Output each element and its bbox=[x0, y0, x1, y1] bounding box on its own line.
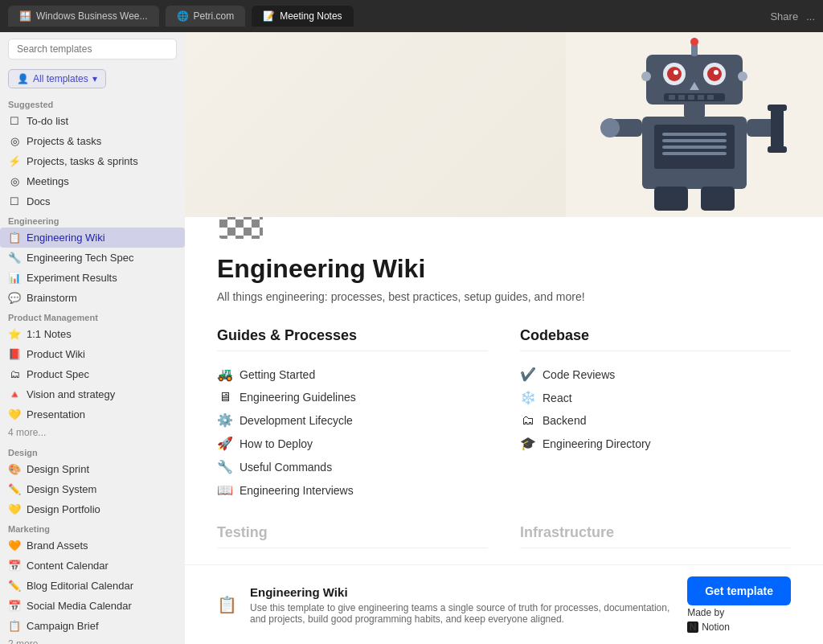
sidebar-item-1on1[interactable]: ⭐1:1 Notes bbox=[0, 324, 185, 344]
sidebar-item-social-media[interactable]: 📅Social Media Calendar bbox=[0, 596, 185, 616]
social-media-icon: 📅 bbox=[8, 600, 21, 612]
template-title: Engineering Wiki bbox=[217, 254, 791, 284]
share-button[interactable]: Share bbox=[770, 10, 798, 23]
tab-windows[interactable]: 🪟 Windows Business Wee... bbox=[8, 6, 159, 27]
item-how-to-deploy[interactable]: 🚀How to Deploy bbox=[217, 432, 488, 455]
backend-icon: 🗂 bbox=[520, 413, 536, 428]
item-react[interactable]: ❄️React bbox=[520, 386, 791, 409]
get-template-button[interactable]: Get template bbox=[687, 576, 791, 605]
main-content: Engineering Wiki All things engineering:… bbox=[185, 32, 823, 644]
design-portfolio-icon: 💛 bbox=[8, 503, 21, 515]
sidebar-item-experiment-results[interactable]: 📊Experiment Results bbox=[0, 268, 185, 288]
sidebar: 👤 All templates ▾ Suggested ☐To-do list … bbox=[0, 32, 185, 644]
item-backend[interactable]: 🗂Backend bbox=[520, 409, 791, 432]
hero-image bbox=[185, 32, 823, 217]
eng-tech-spec-icon: 🔧 bbox=[8, 252, 21, 264]
design-system-icon: ✏️ bbox=[8, 483, 21, 495]
marketing-more-link[interactable]: 2 more... bbox=[0, 636, 185, 644]
filter-button[interactable]: 👤 All templates ▾ bbox=[8, 69, 106, 88]
sidebar-item-todo[interactable]: ☐To-do list bbox=[0, 111, 185, 131]
svg-rect-31 bbox=[701, 187, 735, 211]
guides-section: Guides & Processes 🚜Getting Started 🖥Eng… bbox=[217, 327, 488, 502]
more-button[interactable]: ... bbox=[806, 10, 815, 23]
get-template-section: Get template Made by N Notion bbox=[687, 576, 791, 633]
deploy-icon: 🚀 bbox=[217, 436, 233, 451]
sidebar-item-meetings[interactable]: ◎Meetings bbox=[0, 171, 185, 191]
sidebar-item-eng-tech-spec[interactable]: 🔧Engineering Tech Spec bbox=[0, 248, 185, 268]
svg-rect-7 bbox=[684, 103, 705, 117]
item-useful-commands[interactable]: 🔧Useful Commands bbox=[217, 455, 488, 478]
getting-started-icon: 🚜 bbox=[217, 367, 233, 382]
item-eng-directory[interactable]: 🎓Engineering Directory bbox=[520, 432, 791, 455]
sidebar-item-docs[interactable]: ☐Docs bbox=[0, 191, 185, 211]
eng-interviews-icon: 📖 bbox=[217, 482, 233, 498]
sidebar-item-design-system[interactable]: ✏️Design System bbox=[0, 479, 185, 499]
brand-assets-icon: 🧡 bbox=[8, 539, 21, 552]
sidebar-item-vision[interactable]: 🔺Vision and strategy bbox=[0, 384, 185, 404]
item-dev-lifecycle[interactable]: ⚙️Development Lifecycle bbox=[217, 408, 488, 432]
testing-title: Testing bbox=[217, 524, 488, 548]
tab-meeting[interactable]: 📝 Meeting Notes bbox=[252, 6, 353, 27]
sidebar-item-brainstorm[interactable]: 💬Brainstorm bbox=[0, 288, 185, 308]
engineering-label: Engineering bbox=[0, 211, 185, 228]
bottom-bar-title: Engineering Wiki bbox=[250, 585, 674, 599]
svg-point-16 bbox=[714, 70, 719, 75]
item-getting-started[interactable]: 🚜Getting Started bbox=[217, 363, 488, 386]
vision-icon: 🔺 bbox=[8, 388, 21, 400]
dev-lifecycle-icon: ⚙️ bbox=[217, 412, 233, 428]
svg-rect-22 bbox=[698, 95, 704, 100]
docs-icon: ☐ bbox=[8, 195, 21, 207]
search-container bbox=[0, 32, 185, 66]
svg-rect-6 bbox=[662, 152, 727, 155]
item-code-reviews[interactable]: ✔️Code Reviews bbox=[520, 363, 791, 386]
codebase-section: Codebase ✔️Code Reviews ❄️React 🗂Backend… bbox=[520, 327, 791, 502]
sidebar-item-product-spec[interactable]: 🗂Product Spec bbox=[0, 364, 185, 384]
product-mgmt-label: Product Management bbox=[0, 308, 185, 324]
svg-rect-30 bbox=[654, 187, 688, 211]
svg-point-25 bbox=[600, 118, 620, 137]
sidebar-item-design-sprint[interactable]: 🎨Design Sprint bbox=[0, 459, 185, 479]
content-calendar-icon: 📅 bbox=[8, 560, 21, 572]
svg-rect-21 bbox=[688, 95, 694, 100]
bottom-bar-content: Engineering Wiki Use this template to gi… bbox=[250, 585, 674, 625]
code-reviews-icon: ✔️ bbox=[520, 367, 536, 382]
chevron-down-icon: ▾ bbox=[92, 73, 97, 84]
marketing-label: Marketing bbox=[0, 519, 185, 535]
design-label: Design bbox=[0, 443, 185, 459]
robot-illustration bbox=[566, 32, 823, 217]
sidebar-item-projects-tasks[interactable]: ◎Projects & tasks bbox=[0, 131, 185, 151]
sidebar-item-product-wiki[interactable]: 📕Product Wiki bbox=[0, 344, 185, 364]
sidebar-item-blog-editorial[interactable]: ✏️Blog Editorial Calendar bbox=[0, 576, 185, 596]
made-by-section: Made by N Notion bbox=[687, 607, 791, 633]
hero-robot-container bbox=[185, 32, 823, 217]
bottom-bar-template-icon: 📋 bbox=[217, 595, 237, 614]
item-eng-interviews[interactable]: 📖Engineering Interviews bbox=[217, 478, 488, 502]
suggested-label: Suggested bbox=[0, 95, 185, 111]
codebase-title: Codebase bbox=[520, 327, 791, 351]
sidebar-item-campaign-brief[interactable]: 📋Campaign Brief bbox=[0, 616, 185, 636]
svg-rect-27 bbox=[771, 109, 784, 149]
design-sprint-icon: 🎨 bbox=[8, 463, 21, 475]
sidebar-item-design-portfolio[interactable]: 💛Design Portfolio bbox=[0, 499, 185, 519]
notion-icon: N bbox=[687, 621, 698, 633]
search-input[interactable] bbox=[8, 39, 177, 59]
tab-petri[interactable]: 🌐 Petri.com bbox=[166, 6, 246, 27]
product-more-link[interactable]: 4 more... bbox=[0, 425, 185, 443]
sidebar-item-presentation[interactable]: 💛Presentation bbox=[0, 404, 185, 425]
meeting-tab-icon: 📝 bbox=[263, 10, 275, 22]
sidebar-item-brand-assets[interactable]: 🧡Brand Assets bbox=[0, 535, 185, 556]
svg-point-10 bbox=[690, 38, 698, 46]
item-eng-guidelines[interactable]: 🖥Engineering Guidelines bbox=[217, 386, 488, 408]
sprints-icon: ⚡ bbox=[8, 155, 21, 167]
svg-rect-5 bbox=[662, 146, 727, 149]
browser-controls: Share ... bbox=[770, 10, 815, 23]
sidebar-item-content-calendar[interactable]: 📅Content Calendar bbox=[0, 556, 185, 576]
guides-title: Guides & Processes bbox=[217, 327, 488, 351]
sidebar-item-projects-sprints[interactable]: ⚡Projects, tasks & sprints bbox=[0, 151, 185, 171]
svg-rect-29 bbox=[768, 146, 787, 153]
product-wiki-icon: 📕 bbox=[8, 348, 21, 360]
infrastructure-title: Infrastructure bbox=[520, 524, 791, 548]
sidebar-item-eng-wiki[interactable]: 📋Engineering Wiki bbox=[0, 228, 185, 248]
react-icon: ❄️ bbox=[520, 390, 536, 405]
svg-point-15 bbox=[674, 70, 678, 75]
